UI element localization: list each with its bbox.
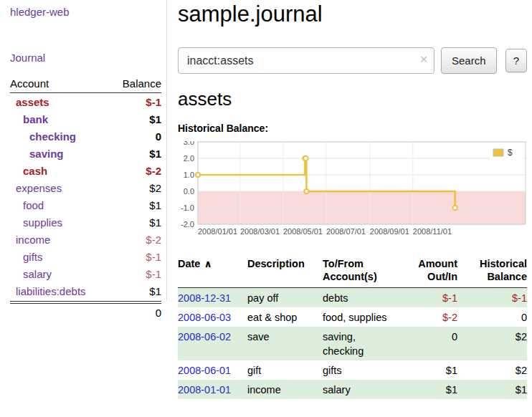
register-header-description[interactable]: Description	[247, 257, 323, 283]
clear-search-icon[interactable]: ✕	[419, 54, 428, 65]
account-balance: $-1	[146, 268, 161, 280]
main-content: sample.journal ✕ Search ? assets Histori…	[178, 0, 527, 399]
transaction-date-link[interactable]: 2008-06-02	[178, 331, 231, 342]
account-link[interactable]: income	[10, 234, 50, 246]
balance-chart: $3.02.01.00.0-1.0-2.02008/01/012008/03/0…	[178, 141, 527, 240]
account-balance: $-2	[146, 234, 161, 246]
sidebar-account-row[interactable]: cash $-2	[10, 162, 161, 179]
sidebar-account-row[interactable]: checking 0	[10, 128, 161, 145]
account-link[interactable]: food	[10, 199, 44, 211]
register-header-accounts[interactable]: To/From Account(s)	[323, 257, 394, 283]
account-link[interactable]: supplies	[10, 216, 62, 229]
sidebar-account-row[interactable]: gifts $-1	[10, 248, 161, 265]
search-button[interactable]: Search	[441, 47, 497, 74]
svg-text:2.0: 2.0	[184, 154, 194, 163]
transaction-balance: 0	[457, 310, 527, 325]
sidebar-account-row[interactable]: expenses $2	[10, 179, 161, 196]
transaction-accounts: gifts	[323, 363, 394, 378]
sidebar-account-row[interactable]: food $1	[10, 196, 161, 214]
sidebar-account-row[interactable]: bank $1	[10, 110, 161, 128]
sidebar-account-row[interactable]: saving $1	[10, 145, 161, 162]
transaction-description: pay off	[247, 291, 323, 305]
account-balance: $2	[149, 182, 161, 194]
transaction-amount: $-1	[394, 291, 457, 305]
search-bar: ✕ Search ?	[178, 47, 527, 74]
accounts-header-balance: Balance	[123, 77, 161, 90]
svg-text:-1.0: -1.0	[181, 203, 194, 212]
svg-text:0.0: 0.0	[184, 187, 194, 196]
svg-text:2008/09/01: 2008/09/01	[370, 227, 409, 236]
account-link[interactable]: salary	[10, 268, 52, 280]
transaction-amount: $1	[394, 363, 457, 378]
sort-ascending-icon: ∧	[204, 258, 212, 269]
account-link[interactable]: assets	[10, 96, 49, 108]
search-input[interactable]	[178, 47, 434, 74]
sidebar-account-row[interactable]: assets $-1	[10, 93, 161, 110]
transaction-amount: $1	[394, 383, 457, 397]
register-header-date[interactable]: Date∧	[178, 257, 247, 283]
transaction-date-link[interactable]: 2008-12-31	[178, 292, 231, 304]
transaction-accounts: food, supplies	[323, 310, 394, 325]
svg-text:2008/07/01: 2008/07/01	[326, 227, 366, 236]
transaction-description: income	[247, 383, 323, 397]
transaction-accounts: saving, checking	[323, 330, 394, 358]
sidebar-account-row[interactable]: salary $-1	[10, 265, 161, 282]
accounts-panel: Account Balance assets $-1 bank $1 check…	[10, 77, 161, 321]
chart-title: Historical Balance:	[178, 123, 527, 134]
accounts-total-value: 0	[156, 307, 161, 319]
account-link[interactable]: saving	[10, 148, 64, 160]
register-header-balance[interactable]: Historical Balance	[457, 257, 527, 283]
account-link[interactable]: gifts	[10, 251, 43, 263]
register-header: Date∧ Description To/From Account(s) Amo…	[178, 257, 527, 288]
transaction-balance: $1	[457, 383, 527, 397]
account-link[interactable]: expenses	[10, 182, 62, 194]
account-balance: $1	[149, 148, 161, 160]
account-link[interactable]: liabilities:debts	[10, 285, 86, 297]
sidebar-divider	[166, 0, 167, 300]
svg-text:2008/03/01: 2008/03/01	[240, 227, 280, 236]
register-row: 2008-06-02 save saving, checking 0 $2	[178, 327, 527, 360]
svg-text:2008/11/01: 2008/11/01	[413, 227, 452, 236]
transaction-amount: 0	[394, 330, 457, 358]
transaction-balance: $-1	[457, 291, 527, 305]
svg-text:2008/05/01: 2008/05/01	[283, 227, 323, 236]
svg-text:2008/01/01: 2008/01/01	[198, 227, 237, 236]
svg-text:1.0: 1.0	[184, 171, 194, 179]
register-row: 2008-06-03 eat & shop food, supplies $-2…	[178, 307, 527, 327]
account-balance: $1	[149, 199, 161, 211]
account-balance: $-1	[146, 96, 161, 108]
transaction-amount: $-2	[394, 310, 457, 325]
balance-chart-svg: $3.02.01.00.0-1.0-2.02008/01/012008/03/0…	[178, 141, 527, 240]
register-row: 2008-01-01 income salary $1 $1	[178, 380, 527, 399]
sidebar-account-row[interactable]: supplies $1	[10, 214, 161, 231]
transaction-accounts: debts	[323, 291, 394, 305]
sidebar-account-row[interactable]: liabilities:debts $1	[10, 282, 161, 302]
account-balance: $1	[149, 216, 161, 229]
transaction-date-link[interactable]: 2008-01-01	[178, 384, 231, 396]
account-balance: $1	[149, 285, 161, 297]
transaction-description: eat & shop	[247, 310, 323, 325]
accounts-header: Account Balance	[10, 77, 161, 93]
transaction-date-link[interactable]: 2008-06-01	[178, 365, 231, 376]
account-link[interactable]: bank	[10, 113, 48, 125]
register-header-amount[interactable]: Amount Out/In	[394, 257, 457, 283]
account-link[interactable]: checking	[10, 130, 76, 143]
app-title-link[interactable]: hledger-web	[10, 6, 70, 18]
search-input-wrap: ✕	[178, 47, 434, 74]
transaction-description: save	[247, 330, 323, 358]
account-heading: assets	[178, 88, 527, 110]
account-link[interactable]: cash	[10, 165, 47, 177]
help-button[interactable]: ?	[505, 49, 527, 72]
nav-journal-link[interactable]: Journal	[10, 52, 45, 64]
account-balance: 0	[156, 130, 161, 143]
register-row: 2008-06-01 gift gifts $1 $2	[178, 360, 527, 380]
register-row: 2008-12-31 pay off debts $-1 $-1	[178, 288, 527, 307]
sidebar-account-row[interactable]: income $-2	[10, 231, 161, 248]
accounts-header-account: Account	[10, 77, 49, 90]
account-balance: $1	[149, 113, 161, 125]
page-title: sample.journal	[178, 1, 527, 27]
transaction-date-link[interactable]: 2008-06-03	[178, 312, 231, 323]
accounts-total-row: 0	[10, 303, 161, 321]
transaction-balance: $2	[457, 330, 527, 358]
svg-text:3.0: 3.0	[184, 141, 194, 146]
